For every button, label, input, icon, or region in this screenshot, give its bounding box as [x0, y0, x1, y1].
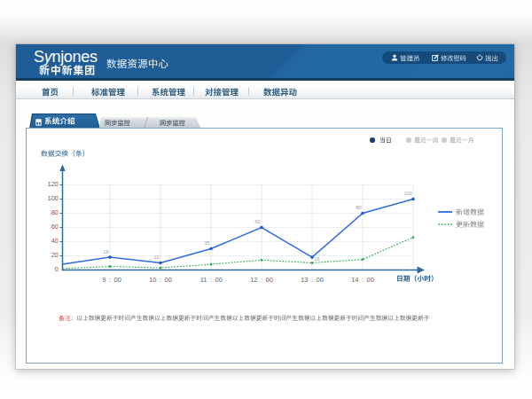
svg-text:13: 13	[301, 276, 308, 284]
svg-text:00: 00	[317, 276, 324, 284]
svg-text:100: 100	[47, 194, 59, 202]
svg-text::: :	[109, 276, 111, 284]
svg-text:14: 14	[351, 276, 358, 284]
svg-text:120: 120	[47, 180, 59, 188]
svg-text:18: 18	[104, 249, 109, 254]
svg-text:60: 60	[51, 223, 59, 231]
svg-text:40: 40	[51, 237, 59, 245]
svg-text:00: 00	[165, 276, 172, 284]
svg-text:35: 35	[205, 240, 210, 246]
svg-text:9: 9	[102, 276, 106, 284]
svg-text:80: 80	[356, 205, 362, 210]
svg-text:0: 0	[55, 265, 59, 273]
svg-text:00: 00	[367, 276, 374, 284]
svg-text:11: 11	[200, 276, 207, 284]
svg-text:100: 100	[404, 191, 412, 196]
svg-text:15: 15	[315, 256, 320, 262]
svg-text:60: 60	[255, 219, 261, 224]
svg-text::: :	[311, 276, 313, 284]
svg-text::: :	[160, 276, 161, 284]
svg-text:00: 00	[215, 276, 223, 284]
svg-text:20: 20	[51, 251, 59, 259]
svg-text:10: 10	[154, 254, 160, 260]
svg-text::: :	[210, 276, 212, 284]
svg-text:00: 00	[266, 276, 273, 284]
svg-text:00: 00	[114, 276, 121, 284]
svg-text::: :	[362, 276, 364, 284]
svg-text:80: 80	[51, 208, 59, 216]
svg-text:10: 10	[149, 276, 156, 284]
svg-text:12: 12	[250, 276, 257, 284]
svg-text::: :	[261, 276, 262, 284]
